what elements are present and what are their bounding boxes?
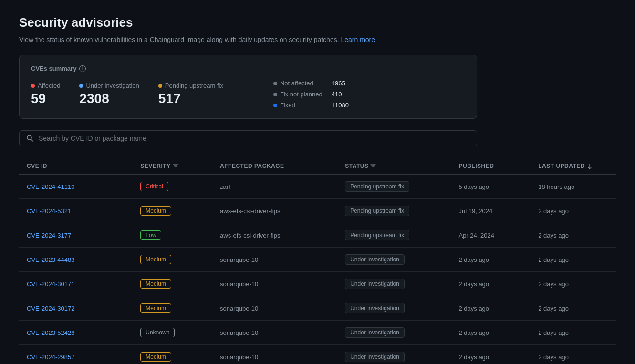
cell-status: Under investigation <box>337 345 451 364</box>
cell-published: 2 days ago <box>451 296 531 321</box>
dot-affected <box>31 84 35 88</box>
table-row: CVE-2024-5321 Medium aws-efs-csi-driver-… <box>19 199 616 223</box>
cve-link[interactable]: CVE-2023-44483 <box>27 256 74 263</box>
cell-published: Jul 19, 2024 <box>451 199 531 223</box>
search-bar <box>19 130 477 146</box>
cell-status: Pending upstream fix <box>337 175 451 199</box>
cell-package: zarf <box>212 175 337 199</box>
summary-stats: Affected 59 Under investigation 2308 Pen… <box>31 80 465 109</box>
cell-package: sonarqube-10 <box>212 296 337 321</box>
table-row: CVE-2023-52428 Unknown sonarqube-10 Unde… <box>19 321 616 345</box>
cell-published: Apr 24, 2024 <box>451 223 531 248</box>
table-row: CVE-2024-30171 Medium sonarqube-10 Under… <box>19 272 616 296</box>
stat-under-investigation: Under investigation 2308 <box>79 82 158 106</box>
cell-last-updated: 2 days ago <box>531 345 616 364</box>
cell-last-updated: 2 days ago <box>531 272 616 296</box>
cell-last-updated: 2 days ago <box>531 296 616 321</box>
severity-badge: Unknown <box>140 328 175 337</box>
severity-badge: Medium <box>140 255 171 264</box>
package-name: sonarqube-10 <box>220 256 258 263</box>
table-row: CVE-2023-44483 Medium sonarqube-10 Under… <box>19 248 616 272</box>
status-badge: Under investigation <box>345 352 405 362</box>
cell-last-updated: 2 days ago <box>531 199 616 223</box>
cve-link[interactable]: CVE-2024-5321 <box>27 208 71 215</box>
cell-severity: Medium <box>133 248 212 272</box>
status-filter-icon[interactable] <box>370 163 376 169</box>
dot-fixed <box>273 104 277 107</box>
package-name: sonarqube-10 <box>220 354 258 361</box>
cell-cve-id: CVE-2024-3177 <box>19 223 133 248</box>
stat-fixed: Fixed 11080 <box>273 102 349 109</box>
status-badge: Under investigation <box>345 254 405 265</box>
status-badge: Pending upstream fix <box>345 181 409 192</box>
cell-cve-id: CVE-2023-52428 <box>19 321 133 345</box>
last-updated-sort-icon[interactable] <box>587 163 593 169</box>
cell-status: Under investigation <box>337 272 451 296</box>
package-name: aws-efs-csi-driver-fips <box>220 232 280 239</box>
cell-cve-id: CVE-2023-44483 <box>19 248 133 272</box>
cell-severity: Low <box>133 223 212 248</box>
page-title: Security advisories <box>19 15 616 30</box>
status-badge: Pending upstream fix <box>345 206 409 216</box>
cell-published: 2 days ago <box>451 321 531 345</box>
cell-severity: Medium <box>133 272 212 296</box>
cell-severity: Medium <box>133 345 212 364</box>
cve-link[interactable]: CVE-2024-3177 <box>27 232 71 239</box>
cell-package: aws-efs-csi-driver-fips <box>212 223 337 248</box>
cell-package: aws-efs-csi-driver-fips <box>212 199 337 223</box>
cell-severity: Medium <box>133 296 212 321</box>
dot-under-investigation <box>79 84 83 88</box>
severity-badge: Medium <box>140 206 171 216</box>
cve-link[interactable]: CVE-2024-41110 <box>27 183 74 190</box>
severity-badge: Low <box>140 230 161 240</box>
stat-fix-not-planned: Fix not planned 410 <box>273 91 349 98</box>
stat-pending: Pending upstream fix 517 <box>158 82 242 106</box>
cell-last-updated: 2 days ago <box>531 321 616 345</box>
cell-published: 2 days ago <box>451 248 531 272</box>
cell-package: sonarqube-10 <box>212 345 337 364</box>
cell-last-updated: 18 hours ago <box>531 175 616 199</box>
cve-link[interactable]: CVE-2024-30171 <box>27 281 74 288</box>
cell-cve-id: CVE-2024-30171 <box>19 272 133 296</box>
cell-status: Under investigation <box>337 248 451 272</box>
cell-status: Pending upstream fix <box>337 223 451 248</box>
table-row: CVE-2024-29857 Medium sonarqube-10 Under… <box>19 345 616 364</box>
search-icon <box>26 135 34 142</box>
table-header-row: CVE ID Severity Affected package Statu <box>19 158 616 175</box>
cell-status: Under investigation <box>337 321 451 345</box>
cell-severity: Unknown <box>133 321 212 345</box>
cve-link[interactable]: CVE-2024-30172 <box>27 305 74 312</box>
th-last-updated: Last updated <box>531 158 616 175</box>
cell-severity: Critical <box>133 175 212 199</box>
cell-severity: Medium <box>133 199 212 223</box>
status-badge: Pending upstream fix <box>345 230 409 240</box>
package-name: sonarqube-10 <box>220 305 258 312</box>
cell-package: sonarqube-10 <box>212 248 337 272</box>
cves-summary-card: CVEs summary i Affected 59 Under investi… <box>19 55 477 119</box>
severity-filter-icon[interactable] <box>173 163 178 169</box>
dot-not-affected <box>273 82 277 85</box>
cell-cve-id: CVE-2024-41110 <box>19 175 133 199</box>
search-input[interactable] <box>39 135 470 142</box>
cve-link[interactable]: CVE-2023-52428 <box>27 329 74 336</box>
th-severity: Severity <box>133 158 212 175</box>
table-row: CVE-2024-3177 Low aws-efs-csi-driver-fip… <box>19 223 616 248</box>
learn-more-link[interactable]: Learn more <box>341 36 375 43</box>
cve-link[interactable]: CVE-2024-29857 <box>27 354 74 361</box>
package-name: zarf <box>220 183 230 190</box>
cell-cve-id: CVE-2024-29857 <box>19 345 133 364</box>
info-icon[interactable]: i <box>79 65 86 72</box>
cve-table: CVE ID Severity Affected package Statu <box>19 158 616 364</box>
cell-published: 5 days ago <box>451 175 531 199</box>
th-cve-id: CVE ID <box>19 158 133 175</box>
stat-grid-right: Not affected 1965 Fix not planned 410 Fi… <box>273 80 349 109</box>
dot-fix-not-planned <box>273 93 277 96</box>
status-badge: Under investigation <box>345 303 405 313</box>
table-row: CVE-2024-30172 Medium sonarqube-10 Under… <box>19 296 616 321</box>
cell-status: Under investigation <box>337 296 451 321</box>
cell-package: sonarqube-10 <box>212 321 337 345</box>
page-subtitle: View the status of known vulnerabilities… <box>19 36 616 43</box>
package-name: aws-efs-csi-driver-fips <box>220 208 280 215</box>
cell-cve-id: CVE-2024-30172 <box>19 296 133 321</box>
cell-last-updated: 2 days ago <box>531 248 616 272</box>
